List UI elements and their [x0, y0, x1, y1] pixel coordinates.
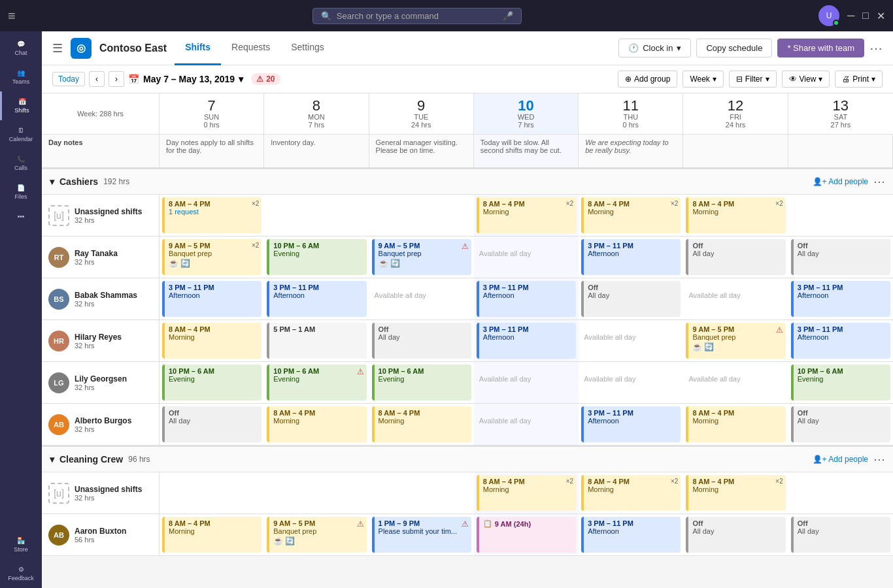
hilary-sat-shift[interactable]: 3 PM – 11 PM Afternoon: [788, 320, 893, 361]
day-note-mon: Inventory day.: [264, 135, 369, 167]
sidebar-item-teams[interactable]: 👥 Teams: [0, 63, 42, 91]
babak-sat-shift[interactable]: 3 PM – 11 PM Afternoon: [788, 278, 893, 319]
unassigned-fri-shift[interactable]: 8 AM – 4 PM ×2 Morning: [683, 195, 788, 236]
search-bar[interactable]: 🔍 Search or type a command 🎤: [312, 8, 522, 24]
alberto-fri-shift[interactable]: 8 AM – 4 PM Morning: [683, 404, 788, 445]
ray-thu-shift[interactable]: 3 PM – 11 PM Afternoon: [579, 237, 683, 278]
nav-requests[interactable]: Requests: [221, 31, 280, 65]
app-header: ☰ ◎ Contoso East Shifts Requests Setting…: [42, 31, 893, 65]
today-button[interactable]: Today: [52, 72, 85, 86]
maximize-button[interactable]: □: [862, 10, 869, 22]
sidebar-item-files[interactable]: 📄 Files: [0, 178, 42, 206]
more-icon: •••: [18, 213, 25, 220]
alberto-mon-shift[interactable]: 8 AM – 4 PM Morning: [264, 404, 369, 445]
ray-sun-shift[interactable]: 9 AM – 5 PM ×2 Banquet prep ☕🔄: [160, 237, 264, 278]
warning-badge[interactable]: ⚠ 20: [251, 73, 280, 85]
aaron-mon-shift[interactable]: 9 AM – 5 PM Banquet prep ⚠ ☕🔄: [264, 514, 369, 555]
sidebar-item-shifts[interactable]: 📅 Shifts: [0, 91, 42, 120]
group-collapse-icon[interactable]: ▾: [50, 176, 54, 187]
babak-wed-shift[interactable]: 3 PM – 11 PM Afternoon: [474, 278, 579, 319]
lily-tue-shift[interactable]: 10 PM – 6 AM Evening: [369, 362, 474, 403]
calendar-label: Calendar: [9, 136, 33, 142]
nav-shifts[interactable]: Shifts: [175, 31, 221, 65]
hilary-mon-shift[interactable]: 5 PM – 1 AM: [264, 320, 369, 361]
share-with-team-button[interactable]: * Share with team: [777, 39, 864, 57]
aaron-fri-shift[interactable]: Off All day: [683, 514, 788, 555]
hamburger-menu[interactable]: ☰: [52, 41, 63, 56]
aaron-sat-shift[interactable]: Off All day: [788, 514, 893, 555]
alberto-tue-shift[interactable]: 8 AM – 4 PM Morning: [369, 404, 474, 445]
unassigned-thu-shift[interactable]: 8 AM – 4 PM ×2 Morning: [579, 195, 683, 236]
ray-fri-shift[interactable]: Off All day: [683, 237, 788, 278]
next-week-button[interactable]: ›: [109, 71, 124, 87]
cleaning-add-people-button[interactable]: 👤+ Add people: [813, 455, 868, 464]
lily-wed-shift: Available all day: [474, 362, 579, 403]
aaron-avatar: AB: [48, 525, 69, 546]
copy-schedule-button[interactable]: Copy schedule: [696, 39, 772, 57]
unassigned-wed-shift[interactable]: 8 AM – 4 PM ×2 Morning: [474, 195, 579, 236]
cleaning-more-icon[interactable]: ⋯: [873, 452, 885, 466]
sidebar-item-more[interactable]: •••: [0, 206, 42, 227]
date-range[interactable]: 📅 May 7 – May 13, 2019 ▾: [128, 74, 243, 84]
cleaning-unassigned-tue: [369, 472, 474, 514]
hilary-sun-shift[interactable]: 8 AM – 4 PM Morning: [160, 320, 264, 361]
lily-sun-shift[interactable]: 10 PM – 6 AM Evening: [160, 362, 264, 403]
shifts-label: Shifts: [14, 107, 29, 114]
view-icon: 👁: [789, 74, 797, 84]
sidebar-item-chat[interactable]: 💬 Chat: [0, 34, 42, 63]
cleaning-unassigned-thu[interactable]: 8 AM – 4 PM ×2 Morning: [579, 472, 683, 514]
babak-sun-shift[interactable]: 3 PM – 11 PM Afternoon: [160, 278, 264, 319]
close-button[interactable]: ✕: [877, 10, 885, 22]
aaron-wed-shift[interactable]: 📋 9 AM (24h): [474, 514, 579, 555]
alberto-sun-shift[interactable]: Off All day: [160, 404, 264, 445]
hilary-fri-shift[interactable]: 9 AM – 5 PM Banquet prep ⚠ ☕🔄: [683, 320, 788, 361]
filter-button[interactable]: ⊟ Filter ▾: [729, 71, 777, 88]
cleaning-collapse-icon[interactable]: ▾: [50, 454, 54, 465]
babak-mon-shift[interactable]: 3 PM – 11 PM Afternoon: [264, 278, 369, 319]
alberto-sat-shift[interactable]: Off All day: [788, 404, 893, 445]
alberto-avatar: AB: [48, 414, 69, 435]
ray-sat-shift[interactable]: Off All day: [788, 237, 893, 278]
babak-thu-shift[interactable]: Off All day: [579, 278, 683, 319]
print-button[interactable]: 🖨 Print ▾: [835, 71, 883, 88]
prev-week-button[interactable]: ‹: [89, 71, 105, 87]
sidebar-item-calls[interactable]: 📞 Calls: [0, 149, 42, 178]
cashiers-more-icon[interactable]: ⋯: [873, 174, 885, 189]
more-options-icon[interactable]: ⋯: [869, 41, 883, 56]
aaron-buxton-row: AB Aaron Buxton 56 hrs 8 AM – 4 PM Morni…: [42, 514, 893, 556]
day-notes-row: Day notes Day notes apply to all shifts …: [42, 135, 893, 168]
alberto-thu-shift[interactable]: 3 PM – 11 PM Afternoon: [579, 404, 683, 445]
cleaning-unassigned-fri[interactable]: 8 AM – 4 PM ×2 Morning: [683, 472, 788, 514]
clock-dropdown-icon: ▾: [677, 43, 681, 53]
ray-tue-shift[interactable]: 9 AM – 5 PM Banquet prep ⚠ ☕🔄: [369, 237, 474, 278]
lily-sat-shift[interactable]: 10 PM – 6 AM Evening: [788, 362, 893, 403]
user-avatar[interactable]: U: [818, 5, 839, 26]
sidebar-item-store[interactable]: 🏪 Store: [0, 531, 42, 559]
sidebar-item-calendar[interactable]: 🗓 Calendar: [0, 120, 42, 149]
cleaning-unassigned-wed[interactable]: 8 AM – 4 PM ×2 Morning: [474, 472, 579, 514]
view-button[interactable]: 👁 View ▾: [782, 71, 830, 88]
shifts-icon: 📅: [18, 98, 26, 105]
lily-mon-shift[interactable]: 10 PM – 6 AM Evening ⚠: [264, 362, 369, 403]
unassigned-sun-shift[interactable]: 8 AM – 4 PM ×2 1 request: [160, 195, 264, 236]
add-group-icon: ⊕: [625, 74, 632, 84]
sidebar-item-feedback[interactable]: ⚙ Feedback: [0, 559, 42, 588]
week-button[interactable]: Week ▾: [682, 71, 723, 88]
ray-tanaka-avatar: RT: [48, 247, 69, 268]
hilary-tue-shift[interactable]: Off All day: [369, 320, 474, 361]
aaron-tue-shift[interactable]: 1 PM – 9 PM Please submit your tim... ⚠: [369, 514, 474, 555]
aaron-sun-shift[interactable]: 8 AM – 4 PM Morning: [160, 514, 264, 555]
hilary-wed-shift[interactable]: 3 PM – 11 PM Afternoon: [474, 320, 579, 361]
filter-dropdown-icon: ▾: [766, 74, 769, 84]
clock-in-button[interactable]: 🕐 Clock in ▾: [618, 39, 691, 57]
schedule-grid: Week: 288 hrs 7 Sun 0 hrs 8 Mon 7 hrs 9 …: [42, 93, 893, 556]
titlebar-menu[interactable]: ≡: [8, 8, 16, 24]
add-group-button[interactable]: ⊕ Add group: [618, 71, 677, 88]
aaron-thu-shift[interactable]: 3 PM – 11 PM Afternoon: [579, 514, 683, 555]
week-dropdown-icon: ▾: [713, 74, 716, 84]
minimize-button[interactable]: ─: [847, 10, 854, 22]
schedule-container: Week: 288 hrs 7 Sun 0 hrs 8 Mon 7 hrs 9 …: [42, 93, 893, 588]
cashiers-add-people-button[interactable]: 👤+ Add people: [813, 177, 868, 186]
ray-mon-shift[interactable]: 10 PM – 6 AM Evening: [264, 237, 369, 278]
nav-settings[interactable]: Settings: [280, 31, 335, 65]
